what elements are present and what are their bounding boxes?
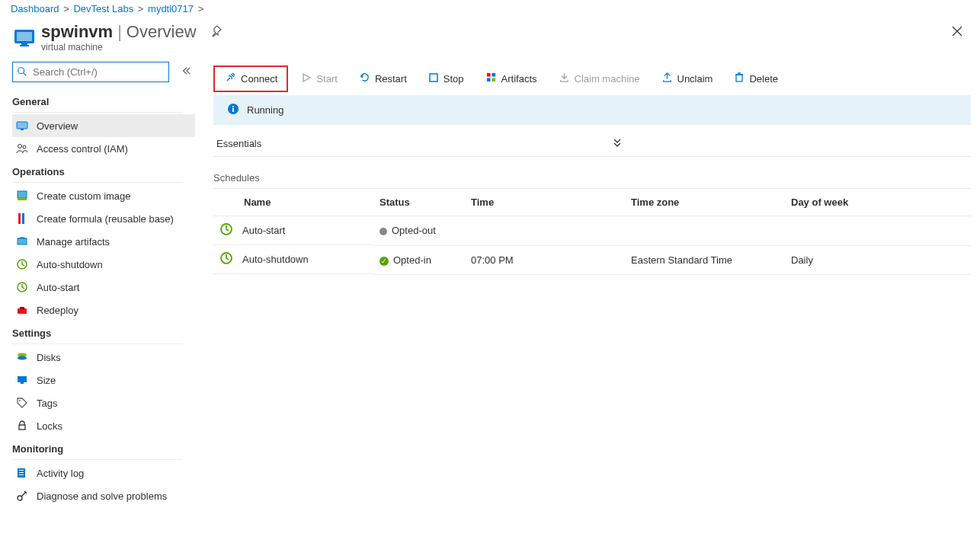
status-dot-grey [380, 228, 387, 235]
vm-resource-icon [14, 27, 35, 48]
artifacts-button[interactable]: Artifacts [477, 68, 546, 89]
svg-rect-11 [18, 198, 27, 200]
sidebar-group-title: General [12, 90, 197, 110]
sidebar-item-disks[interactable]: Disks [12, 346, 195, 369]
connect-button[interactable]: Connect [213, 65, 288, 92]
sidebar-item-locks[interactable]: Locks [12, 414, 195, 437]
table-row[interactable]: Auto-start Opted-out [213, 216, 971, 246]
button-label: Stop [444, 73, 464, 85]
redeploy-icon [15, 303, 29, 317]
status-text: Opted-out [392, 225, 436, 236]
tz-cell: Eastern Standard Time [625, 245, 785, 274]
sidebar-group-title: Monitoring [12, 437, 197, 458]
svg-rect-3 [20, 45, 29, 46]
col-dow[interactable]: Day of week [785, 189, 971, 216]
svg-rect-12 [18, 213, 21, 224]
pin-icon[interactable] [210, 25, 223, 40]
col-time[interactable]: Time [465, 189, 625, 216]
svg-rect-6 [17, 122, 27, 129]
svg-rect-19 [20, 307, 24, 309]
col-tz[interactable]: Time zone [625, 189, 785, 216]
collapse-sidebar-icon[interactable] [181, 65, 192, 78]
breadcrumb-item[interactable]: mydtl0717 [148, 3, 194, 14]
essentials-toggle[interactable]: Essentials [213, 131, 971, 157]
delete-button[interactable]: Delete [725, 69, 786, 89]
search-input[interactable] [12, 62, 169, 82]
clock-icon [15, 280, 29, 294]
unclaim-button[interactable]: Unclaim [653, 68, 722, 89]
sidebar-group-title: Operations [12, 160, 197, 180]
sidebar-item-label: Create formula (reusable base) [37, 213, 174, 225]
sidebar-item-tags[interactable]: Tags [12, 391, 195, 414]
svg-rect-37 [492, 78, 495, 81]
status-bar: Running [213, 95, 971, 125]
svg-rect-2 [21, 43, 27, 45]
svg-rect-27 [19, 470, 24, 471]
sidebar-item-label: Activity log [37, 468, 84, 479]
sidebar-item-label: Tags [37, 398, 57, 409]
log-icon [15, 466, 29, 480]
svg-line-5 [24, 73, 27, 76]
sidebar-group-title: Settings [12, 321, 197, 342]
delete-icon [734, 72, 745, 85]
svg-rect-13 [22, 213, 24, 224]
stop-button[interactable]: Stop [420, 69, 472, 89]
sidebar-item-diagnose[interactable]: Diagnose and solve problems [12, 484, 195, 507]
people-icon [15, 142, 29, 155]
table-row[interactable]: Auto-shutdown ✓Opted-in 07:00 PM Eastern… [213, 245, 971, 274]
sidebar-item-create-custom-image[interactable]: Create custom image [12, 184, 195, 207]
button-label: Delete [749, 73, 778, 85]
sidebar-item-manage-artifacts[interactable]: Manage artifacts [12, 230, 195, 253]
svg-rect-36 [486, 78, 490, 81]
button-label: Claim machine [575, 73, 640, 85]
tz-cell [625, 216, 785, 246]
close-button[interactable] [948, 22, 966, 43]
col-name[interactable]: Name [213, 189, 373, 216]
svg-rect-29 [19, 474, 24, 475]
breadcrumb-item[interactable]: DevTest Labs [73, 3, 133, 14]
svg-rect-23 [21, 382, 24, 384]
svg-rect-22 [18, 376, 27, 382]
sidebar-item-overview[interactable]: Overview [12, 114, 195, 137]
svg-rect-1 [17, 32, 32, 41]
sidebar-item-create-formula[interactable]: Create formula (reusable base) [12, 207, 195, 230]
sidebar-item-label: Auto-shutdown [37, 259, 103, 270]
page-title-section: Overview [127, 22, 197, 42]
image-icon [15, 189, 29, 203]
svg-rect-18 [18, 308, 27, 314]
breadcrumb-sep: > [197, 3, 206, 14]
claim-machine-button: Claim machine [550, 68, 649, 89]
svg-marker-15 [18, 237, 27, 238]
status-text: Running [247, 104, 283, 116]
stop-icon [428, 72, 439, 85]
restart-button[interactable]: Restart [351, 68, 415, 89]
svg-rect-40 [232, 108, 234, 112]
svg-point-24 [19, 400, 21, 401]
svg-rect-38 [736, 75, 742, 81]
unclaim-icon [661, 72, 673, 85]
diagnose-icon [15, 489, 29, 503]
button-label: Artifacts [501, 73, 537, 85]
claim-icon [559, 72, 570, 85]
sidebar-item-size[interactable]: Size [12, 369, 195, 391]
button-label: Unclaim [677, 73, 713, 85]
clock-icon [15, 257, 29, 271]
resource-type-label: virtual machine [41, 42, 223, 53]
breadcrumb-item[interactable]: Dashboard [11, 3, 59, 14]
sidebar-item-redeploy[interactable]: Redeploy [12, 299, 195, 321]
overview-icon [15, 119, 29, 133]
svg-rect-25 [19, 425, 25, 430]
page-header: spwinvm | Overview virtual machine [0, 16, 980, 62]
clock-icon [219, 251, 233, 267]
formula-icon [15, 212, 29, 225]
sidebar-item-label: Create custom image [37, 190, 131, 202]
sidebar-item-auto-shutdown[interactable]: Auto-shutdown [12, 253, 195, 276]
button-label: Start [316, 73, 337, 85]
artifacts-icon [15, 235, 29, 248]
sidebar-item-access-control[interactable]: Access control (IAM) [12, 137, 195, 160]
sidebar-item-auto-start[interactable]: Auto-start [12, 276, 195, 299]
disks-icon [15, 350, 29, 364]
sidebar-item-activity-log[interactable]: Activity log [12, 462, 195, 484]
button-label: Restart [375, 73, 407, 85]
col-status[interactable]: Status [373, 189, 465, 216]
